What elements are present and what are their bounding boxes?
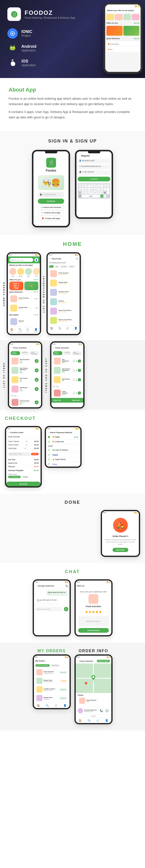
nav-home[interactable]: 🏠Home — [8, 328, 16, 333]
chat-input[interactable]: Type your message — [35, 607, 63, 611]
food-cat-burger[interactable]: Burger — [17, 268, 24, 277]
rest-item-4[interactable]: Patchet ⭐ 3.9 | 40 min — [49, 297, 79, 306]
add-btn-3[interactable]: + — [35, 378, 39, 382]
key-w[interactable]: w — [82, 184, 84, 187]
home-profile-icon[interactable]: 👤 — [34, 258, 38, 262]
chat-driver-btn[interactable]: 💬 — [105, 709, 109, 713]
register-phone-field[interactable]: 📱 +1 987 456 320 — [78, 170, 110, 175]
key-u[interactable]: u — [97, 184, 100, 187]
offer-1[interactable]: BUY 2GET 1FREE — [9, 282, 23, 290]
cart-item-2[interactable]: Veg Cheese Sandwich $120 - 1 + — [52, 366, 82, 375]
offer-2[interactable]: 🍔 — [24, 282, 38, 290]
cart-item-3[interactable]: Veg Franky $80 - 1 + — [52, 375, 82, 384]
rest-item-6[interactable]: Opsum Food Place ⭐ 4.1 | 35 min — [49, 316, 79, 325]
call-driver-btn[interactable]: 📞 — [99, 709, 104, 713]
cart-filter-main[interactable]: MAIN COURSES — [72, 351, 82, 355]
key-o[interactable]: o — [104, 184, 106, 187]
rest-item-1[interactable]: Food Junction ⭐ 4.5 | 30 min — [49, 269, 79, 278]
rest-nav-search[interactable]: 🔍 — [56, 327, 64, 330]
key-g[interactable]: g — [91, 188, 94, 191]
item-row-4[interactable]: Veg Burger Veg $150 + — [10, 385, 40, 394]
payment-wallet[interactable]: 💳 Wallet $2.50 — [46, 435, 80, 439]
prepare-again-btn[interactable]: Prepare Again — [97, 660, 110, 662]
rest-nav-profile[interactable]: 👤 — [72, 327, 80, 330]
tab-ongoing[interactable]: ONGOING ORDERS — [35, 664, 50, 667]
cart-footer[interactable]: 1 Item: $4 View Cart → — [51, 398, 83, 403]
key-r[interactable]: r — [88, 184, 91, 187]
key-f[interactable]: f — [88, 188, 91, 191]
cart-item-4[interactable]: Fried Chicken $3.99 - 1 + — [52, 389, 82, 398]
submit-review-btn[interactable]: Submit Review — [78, 628, 109, 633]
order-row-2[interactable]: Burger Spot Veg Sandwich x1, ... Pending — [35, 677, 69, 685]
quick-del-item-1[interactable]: Food Junction ⭐ 4.5 $10 — [9, 294, 39, 303]
key-i[interactable]: i — [101, 184, 103, 187]
best-rated-item[interactable]: Banana ⭐ 5.0 — [9, 317, 39, 326]
payment-credit-card[interactable]: 💳 Credit Card — [46, 439, 80, 444]
item-row-1[interactable]: Veg Sandwich Veg $100 + — [10, 356, 40, 366]
register-continue-btn[interactable]: Continue — [78, 177, 110, 181]
cart-item-1[interactable]: Veg Sandwich $100 - 1 + — [52, 356, 82, 366]
key-x[interactable]: x — [85, 191, 87, 194]
rating-stars[interactable]: ★★★★★ — [78, 610, 109, 614]
quick-del-item-2[interactable]: Hunger Spot ⭐ 4.2 $8 — [9, 304, 39, 313]
key-m[interactable]: m — [101, 191, 103, 194]
order-row-4[interactable]: Hunger Spot Energy W... Delivered — [35, 694, 69, 702]
filter-nonveg[interactable]: Non Veg — [60, 265, 68, 268]
nav-profile[interactable]: 👤Profile — [32, 328, 40, 333]
rest-nav-cart[interactable]: 🛒 — [64, 327, 72, 330]
key-k[interactable]: k — [101, 188, 103, 191]
tab-previous[interactable]: PREVIOUS — [50, 664, 60, 667]
pickup-btn[interactable]: Pickup — [22, 476, 29, 478]
google-btn[interactable]: G Continue with Google — [38, 210, 64, 215]
my-orders-btn[interactable]: My Orders — [113, 548, 129, 552]
delivery-home-btn[interactable]: Home Delivery — [8, 476, 21, 478]
payment-stripe[interactable]: Stripe — [46, 462, 80, 467]
key-q[interactable]: q — [79, 184, 81, 187]
signin-continue-btn[interactable]: Continue — [38, 198, 64, 204]
payment-paytm[interactable]: 💰 Paytm Money — [46, 457, 80, 462]
key-h[interactable]: h — [94, 188, 97, 191]
items-filter-main[interactable]: MAIN COURSES — [30, 351, 40, 355]
rest-item-3[interactable]: Foodby Janice ⭐ 4.0 | 25 min — [49, 288, 79, 297]
payment-cod[interactable]: 💵 Cash on Delivery — [46, 448, 80, 453]
apple-btn[interactable]: 🍎 Continue with Apple — [38, 216, 64, 221]
key-l[interactable]: l — [104, 188, 106, 191]
key-t[interactable]: t — [91, 184, 94, 187]
items-filter-extras[interactable]: EXTRAS — [21, 351, 29, 355]
order-info-item-1[interactable]: Veg Sandwich $100 — [78, 697, 109, 705]
rest-nav-home[interactable]: 🏠 — [48, 327, 56, 330]
signin-phone-field[interactable]: 📱 +1 (123) 456 789 — [38, 192, 64, 197]
key-n[interactable]: n — [97, 191, 100, 194]
nav-search[interactable]: 🔍Search — [16, 328, 24, 333]
item-row-5[interactable]: Fried Chicken Non Veg $200 + — [10, 398, 40, 407]
register-name-field[interactable]: 👤 Samantha Smith — [78, 159, 110, 163]
rest-item-5[interactable]: Seven Star Restor... ⭐ 4.8 | 15 min — [49, 307, 79, 315]
key-v[interactable]: v — [91, 191, 94, 194]
register-email-field[interactable]: ✉ samanthasmith@mail.com — [78, 165, 110, 169]
key-b[interactable]: b — [94, 191, 97, 194]
orders-nav-profile[interactable]: 👤 — [61, 704, 69, 707]
order-row-1[interactable]: Food Junction Orange Pesto x1, ... Deliv… — [35, 668, 69, 676]
key-c[interactable]: c — [88, 191, 91, 194]
oi-nav-cart[interactable]: 🛒 — [94, 719, 102, 722]
key-p[interactable]: p — [107, 184, 109, 187]
item-row-2[interactable]: Veg Cheese Sandwich Veg $120 + — [10, 366, 40, 375]
key-a[interactable]: a — [79, 188, 81, 191]
order-row-3[interactable]: Foodby Jamaica Delivery: 30 min Delivere… — [35, 685, 69, 693]
home-search-bar[interactable]: 🔍 New York, USA — [9, 258, 33, 262]
food-cat-salad[interactable]: Salad — [25, 268, 32, 277]
key-e[interactable]: e — [85, 184, 87, 187]
cart-filter-extras[interactable]: EXTRAS — [63, 351, 71, 355]
review-textarea[interactable]: Write your review... — [78, 616, 109, 626]
pay-btn[interactable]: Pay $3.00 — [6, 482, 41, 486]
oi-nav-profile[interactable]: 👤 — [102, 719, 111, 722]
key-z[interactable]: z — [82, 191, 84, 194]
payment-paypal[interactable]: PayPal — [46, 453, 80, 457]
food-cat-pizza[interactable]: Pizza — [9, 268, 16, 277]
key-d[interactable]: d — [85, 188, 87, 191]
key-s[interactable]: s — [82, 188, 84, 191]
fb-btn[interactable]: f Continue with Facebook — [38, 205, 64, 210]
orders-nav-home[interactable]: 🏠 — [34, 704, 43, 707]
items-filter-fresh[interactable]: FRESH DISHES — [10, 351, 20, 355]
coupon-field[interactable]: DISCOUNT CODE — [8, 452, 30, 456]
